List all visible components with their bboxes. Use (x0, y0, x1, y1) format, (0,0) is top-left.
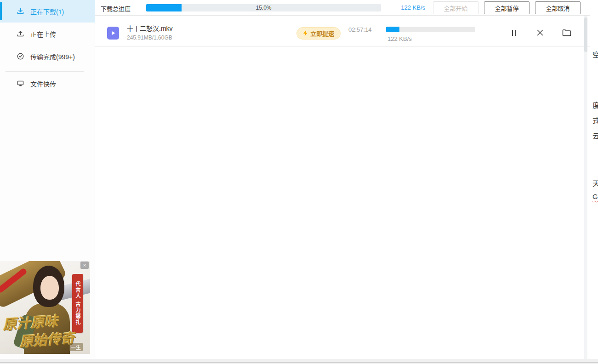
folder-icon (562, 29, 571, 36)
task-progress-fill (386, 27, 399, 32)
total-progress-percent: 15.0% (146, 4, 381, 11)
cancel-task-button[interactable] (535, 28, 545, 37)
sidebar-item-label: 传输完成(999+) (30, 52, 75, 61)
upload-icon (17, 30, 24, 38)
pause-icon (511, 29, 517, 36)
background-text-fragment: 天 (592, 177, 598, 188)
lightning-icon (303, 30, 308, 36)
background-text-fragment: 式 (592, 114, 598, 125)
total-progress-label: 下载总进度 (101, 4, 131, 13)
sidebar-divider (6, 71, 84, 72)
ad-corner-text: 一生 (69, 343, 83, 351)
download-summary-header: 下载总进度 15.0% 122 KB/s 全部开始 全部暂停 全部取消 (95, 0, 590, 16)
time-remaining: 02:57:14 (348, 26, 372, 33)
sidebar-item-label: 正在下载(1) (30, 7, 64, 16)
scrollbar-thumb[interactable] (584, 17, 587, 52)
sidebar: 正在下载(1) 正在上传 传输完成(999+) 文件快传 (0, 0, 95, 359)
taskbar-edge-line (0, 362, 598, 363)
scrollbar-track[interactable] (584, 16, 587, 359)
download-task-row: 十丨二怒汉.mkv 245.91MB/1.60GB 立即提速 02:57:14 … (95, 16, 590, 47)
background-text-fragment: 空 (592, 49, 598, 60)
video-file-icon (107, 27, 119, 40)
sidebar-item-complete[interactable]: 传输完成(999+) (0, 45, 95, 68)
ad-close-button[interactable]: × (80, 262, 89, 269)
file-size-progress: 245.91MB/1.60GB (127, 34, 172, 41)
ad-slogan-line2: 原始传奇 (19, 327, 75, 351)
pause-task-button[interactable] (509, 28, 519, 37)
download-icon (17, 7, 24, 15)
file-name: 十丨二怒汉.mkv (127, 23, 173, 33)
boost-speed-button[interactable]: 立即提速 (296, 27, 341, 40)
sidebar-item-uploading[interactable]: 正在上传 (0, 23, 95, 45)
monitor-icon (17, 80, 24, 87)
total-speed-value: 122 KB/s (389, 4, 425, 11)
check-circle-icon (17, 52, 24, 60)
background-text-fragment: 度 (592, 99, 598, 110)
ad-spokesperson-face-graphic (40, 276, 59, 300)
header-button-group: 全部开始 全部暂停 全部取消 (433, 1, 581, 14)
background-text-fragment-spellcheck: G (592, 193, 598, 200)
task-progress-bar (386, 27, 475, 32)
sidebar-item-label: 正在上传 (30, 29, 56, 39)
task-speed-value: 122 KB/s (387, 35, 412, 42)
sidebar-item-downloading[interactable]: 正在下载(1) (0, 0, 95, 23)
close-icon: × (83, 262, 86, 268)
window-bottom-shadow (0, 359, 598, 364)
transfer-manager-window: 正在下载(1) 正在上传 传输完成(999+) 文件快传 (0, 0, 590, 359)
close-icon (537, 29, 543, 36)
ad-endorser-ribbon: 代言人 古力娜扎 (72, 274, 83, 333)
pause-all-button[interactable]: 全部暂停 (484, 1, 530, 14)
play-icon (110, 30, 116, 36)
open-folder-button[interactable] (562, 28, 572, 37)
sidebar-item-label: 文件快传 (30, 79, 56, 88)
ad-endorser-text: 代言人 古力娜扎 (74, 281, 81, 325)
start-all-button[interactable]: 全部开始 (433, 1, 478, 14)
background-text-fragment: 云 (592, 130, 598, 141)
advertisement-banner[interactable]: 代言人 古力娜扎 原汁原味 原始传奇 一生 × (0, 261, 90, 354)
boost-label: 立即提速 (310, 29, 334, 38)
active-indicator-bar (0, 2, 2, 20)
sidebar-item-quick-transfer[interactable]: 文件快传 (0, 72, 95, 95)
cancel-all-button[interactable]: 全部取消 (535, 1, 581, 14)
